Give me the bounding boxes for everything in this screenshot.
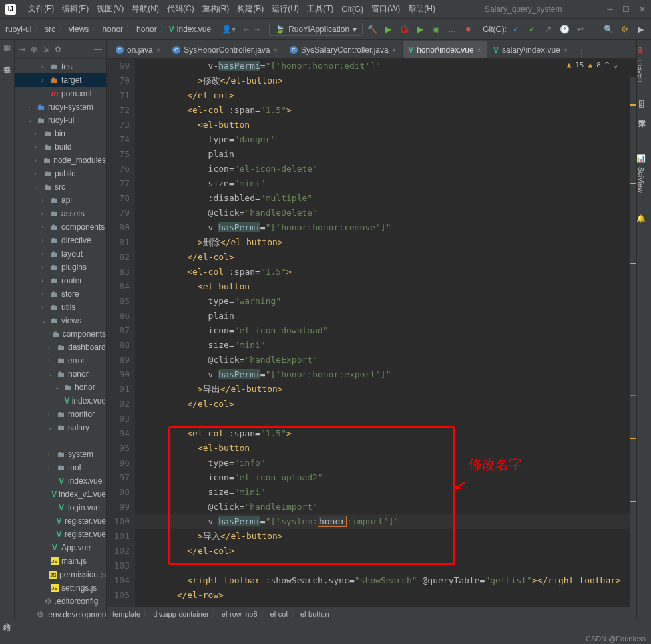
chevron-up-icon[interactable]: ^ bbox=[605, 61, 610, 69]
build-icon[interactable]: 🔨 bbox=[365, 23, 379, 36]
tree-item[interactable]: ›🖿build bbox=[15, 140, 106, 154]
breadcrumb-item[interactable]: ruoyi-ui bbox=[4, 25, 33, 34]
tree-item[interactable]: ›🖿store bbox=[15, 287, 106, 301]
menu-git[interactable]: Git(G) bbox=[337, 5, 367, 14]
menu-run[interactable]: 运行(U) bbox=[268, 3, 303, 15]
user-icon[interactable]: 👤▾ bbox=[222, 25, 236, 34]
menu-view[interactable]: 视图(V) bbox=[93, 3, 128, 15]
git-history-icon[interactable]: 🕐 bbox=[558, 23, 571, 36]
chevron-down-icon[interactable]: ⌄ bbox=[613, 61, 618, 69]
tree-item[interactable]: JSsettings.js bbox=[15, 581, 106, 595]
editor-tab[interactable]: Vsalary\index.vue× bbox=[487, 41, 574, 58]
database-icon[interactable]: 🗄 bbox=[637, 100, 645, 108]
structure-crumb[interactable]: el-row.mb8 bbox=[222, 610, 258, 618]
stop-icon[interactable]: ■ bbox=[461, 23, 475, 36]
menu-build[interactable]: 构建(B) bbox=[233, 3, 268, 15]
menu-refactor[interactable]: 重构(R) bbox=[198, 3, 234, 15]
tree-item[interactable]: ⌄🖿src bbox=[15, 180, 106, 194]
run-config-selector[interactable]: 🍃 RuoYiApplication ▾ bbox=[269, 23, 363, 36]
tab-close-icon[interactable]: × bbox=[477, 46, 481, 54]
editor-tab[interactable]: CSysHonorController.java× bbox=[166, 41, 284, 58]
tree-item[interactable]: ›🖿system bbox=[15, 448, 106, 461]
maven-label[interactable]: maven bbox=[637, 60, 645, 82]
tab-close-icon[interactable]: × bbox=[156, 46, 160, 54]
structure-breadcrumb[interactable]: template 〉 div.app-container 〉 el-row.mb… bbox=[107, 607, 636, 620]
tree-item[interactable]: ›🖿utils bbox=[15, 301, 106, 314]
code-editor[interactable]: 6970717273747576777879808182838485868788… bbox=[107, 59, 636, 607]
more-tabs-icon[interactable]: ⋮ bbox=[574, 49, 590, 58]
menu-help[interactable]: 帮助(H) bbox=[404, 3, 439, 15]
structure-crumb[interactable]: div.app-container bbox=[153, 610, 209, 618]
tree-item[interactable]: Vregister.vue bbox=[15, 514, 106, 528]
menu-window[interactable]: 窗口(W) bbox=[367, 3, 404, 15]
tree-item[interactable]: ›🖿api bbox=[15, 194, 106, 207]
forward-icon[interactable]: → bbox=[253, 25, 261, 34]
git-update-icon[interactable]: ✓ bbox=[509, 23, 523, 36]
editor-tab[interactable]: Con.java× bbox=[110, 41, 166, 58]
project-tree[interactable]: ›🖿test›🖿targetmpom.xml›🖿ruoyi-system⌄🖿ru… bbox=[15, 59, 106, 620]
minimize-icon[interactable]: ─ bbox=[607, 5, 613, 14]
tree-item[interactable]: ›🖿target bbox=[15, 73, 106, 87]
tree-item[interactable]: ›🖿node_modules bbox=[15, 154, 106, 167]
maximize-icon[interactable]: ☐ bbox=[622, 5, 630, 14]
menu-tools[interactable]: 工具(T) bbox=[303, 3, 337, 15]
tree-item[interactable]: ⌄🖿ruoyi-ui bbox=[15, 114, 106, 127]
settings-icon[interactable]: ✿ bbox=[55, 45, 61, 54]
tree-item[interactable]: Vindex.vue bbox=[15, 474, 106, 488]
tree-item[interactable]: ›🖿plugins bbox=[15, 261, 106, 274]
inspection-widget[interactable]: ▲15 ▲8 ^ ⌄ bbox=[567, 61, 618, 69]
tree-item[interactable]: ›🖿public bbox=[15, 167, 106, 180]
tree-item[interactable]: ›🖿dashboard bbox=[15, 341, 106, 354]
back-icon[interactable]: ← bbox=[242, 25, 250, 34]
project-tool-icon[interactable]: ▦ bbox=[3, 43, 11, 52]
menu-file[interactable]: 文件(F) bbox=[24, 3, 58, 15]
menu-edit[interactable]: 编辑(E) bbox=[58, 3, 93, 15]
breadcrumb-item[interactable]: index.vue bbox=[176, 25, 212, 34]
expand-icon[interactable]: ⇲ bbox=[43, 45, 49, 54]
tree-item[interactable]: ›🖿components bbox=[15, 220, 106, 234]
profile-icon[interactable]: ◉ bbox=[429, 23, 443, 36]
error-stripe[interactable] bbox=[630, 77, 636, 607]
tree-item[interactable]: JSpermission.js bbox=[15, 568, 106, 581]
breadcrumb-item[interactable]: views bbox=[67, 25, 90, 34]
git-rollback-icon[interactable]: ↩ bbox=[574, 23, 587, 36]
hide-icon[interactable]: — bbox=[94, 45, 102, 54]
editor-tab[interactable]: CSysSalaryController.java× bbox=[284, 41, 402, 58]
tree-item[interactable]: ›🖿components bbox=[15, 327, 106, 341]
tree-item[interactable] bbox=[15, 434, 106, 448]
git-commit-icon[interactable]: ✓ bbox=[525, 23, 539, 36]
tree-item[interactable]: ⚙.editorconfig bbox=[15, 595, 106, 608]
tree-item[interactable]: ›🖿bin bbox=[15, 127, 106, 140]
tree-item[interactable]: mpom.xml bbox=[15, 87, 106, 100]
ide-update-icon[interactable]: ⚙ bbox=[618, 23, 631, 36]
debug-icon[interactable]: 🐞 bbox=[397, 23, 411, 36]
tree-item[interactable]: ⌄🖿honor bbox=[15, 381, 106, 394]
tab-close-icon[interactable]: × bbox=[274, 46, 278, 54]
coverage-icon[interactable]: ▶ bbox=[413, 23, 427, 36]
breadcrumb-item[interactable]: src bbox=[43, 25, 57, 34]
tree-item[interactable]: Vlogin.vue bbox=[15, 501, 106, 514]
tree-item[interactable]: ›🖿monitor bbox=[15, 408, 106, 421]
tree-item[interactable]: Vindex.vue bbox=[15, 394, 106, 408]
structure-crumb[interactable]: el-button bbox=[300, 610, 329, 618]
tree-item[interactable]: VApp.vue bbox=[15, 541, 106, 554]
close-icon[interactable]: ✕ bbox=[639, 5, 646, 14]
search-icon[interactable]: 🔍 bbox=[602, 23, 615, 36]
tree-item[interactable]: ›🖿directive bbox=[15, 234, 106, 247]
tree-item[interactable]: ⌄🖿salary bbox=[15, 421, 106, 434]
code-with-me-icon[interactable]: ▶ bbox=[634, 23, 647, 36]
tab-close-icon[interactable]: × bbox=[564, 46, 568, 54]
editor-tab[interactable]: Vhonor\index.vue× bbox=[402, 41, 487, 58]
tree-item[interactable]: ›🖿layout bbox=[15, 247, 106, 261]
git-push-icon[interactable]: ↗ bbox=[541, 23, 555, 36]
menu-nav[interactable]: 导航(N) bbox=[128, 3, 163, 15]
tree-item[interactable]: JSmain.js bbox=[15, 554, 106, 568]
tree-item[interactable]: ⚙.env.development bbox=[15, 608, 106, 620]
tree-item[interactable]: ›🖿error bbox=[15, 354, 106, 367]
tree-item[interactable]: ›🖿test bbox=[15, 60, 106, 73]
tree-item[interactable]: ⌄🖿honor bbox=[15, 367, 106, 381]
menu-code[interactable]: 代码(C) bbox=[163, 3, 198, 15]
maven-tool-icon[interactable]: m bbox=[637, 47, 645, 53]
run-icon[interactable]: ▶ bbox=[381, 23, 395, 36]
breadcrumb-item[interactable]: honor bbox=[101, 25, 124, 34]
